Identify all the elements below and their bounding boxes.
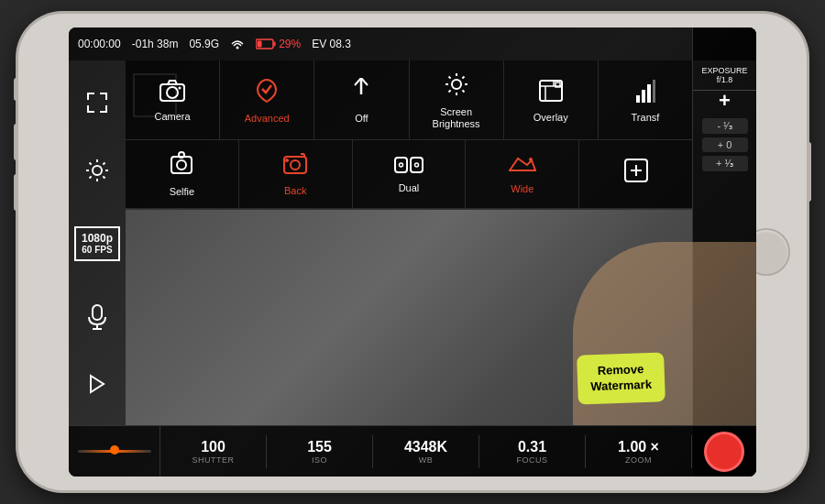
shutter-value: 100 (201, 439, 226, 455)
camera-label: Camera (155, 111, 191, 123)
selfie-icon (170, 151, 193, 181)
more-icon (623, 158, 649, 187)
svg-point-21 (179, 152, 184, 158)
exposure-plus-button[interactable]: + (719, 91, 731, 111)
advanced-label: Advanced (245, 113, 290, 125)
wide-icon (509, 154, 536, 178)
menu-row-2: Selfie Back (126, 140, 692, 208)
wide-label: Wide (511, 183, 534, 195)
menu-overlay: Camera Advanced (126, 60, 692, 210)
zoom-label: ZOOM (625, 455, 652, 465)
svg-point-27 (399, 163, 402, 167)
status-bar: 00:00:00 -01h 38m 05.9G (69, 27, 756, 60)
play-icon[interactable] (86, 373, 108, 395)
svg-rect-5 (93, 305, 102, 320)
dual-icon (394, 155, 424, 177)
svg-rect-19 (171, 157, 192, 173)
dual-label: Dual (399, 182, 420, 194)
zoom-value: 1.00 × (618, 439, 659, 455)
transfer-label: Transf (632, 112, 660, 124)
settings-icon[interactable] (84, 158, 110, 183)
menu-item-back[interactable]: Back (239, 140, 353, 207)
left-sidebar: 1080p 60 FPS (69, 60, 126, 425)
overlay-icon (538, 79, 564, 106)
svg-rect-2 (274, 42, 276, 47)
menu-item-overlay[interactable]: Overlay (504, 60, 599, 139)
selfie-label: Selfie (170, 186, 195, 198)
svg-point-10 (179, 86, 182, 89)
exposure-step-3[interactable]: + ¹⁄₃ (702, 156, 748, 171)
phone-frame: 00:00:00 -01h 38m 05.9G (18, 14, 807, 490)
ev-display: EV 08.3 (312, 38, 351, 50)
svg-rect-16 (642, 90, 645, 103)
iso-stat[interactable]: 155 ISO (267, 435, 373, 468)
menu-item-screen-brightness[interactable]: ScreenBrightness (410, 60, 504, 139)
advanced-icon (255, 78, 279, 107)
transfer-icon (635, 79, 655, 106)
watermark-badge[interactable]: Remove Watermark (577, 353, 666, 405)
wb-label: WB (419, 455, 434, 465)
off-label: Off (355, 113, 368, 125)
svg-rect-15 (636, 95, 640, 103)
svg-rect-14 (556, 82, 560, 87)
exposure-step-1[interactable]: - ¹⁄₃ (702, 118, 748, 134)
menu-item-selfie[interactable]: Selfie (126, 140, 239, 207)
exposure-step-2[interactable]: + 0 (702, 137, 748, 152)
menu-item-more[interactable] (579, 140, 692, 207)
svg-rect-25 (395, 158, 407, 172)
corner-frame-icon[interactable] (85, 91, 109, 115)
menu-row-1: Camera Advanced (126, 60, 692, 140)
screen: 00:00:00 -01h 38m 05.9G (69, 27, 756, 477)
zoom-stat[interactable]: 1.00 × ZOOM (586, 435, 692, 468)
menu-item-off[interactable]: Off (314, 60, 409, 139)
back-camera-icon (282, 152, 308, 180)
resolution-selector[interactable]: 1080p 60 FPS (74, 226, 120, 261)
svg-point-0 (236, 47, 239, 49)
iso-value: 155 (307, 439, 332, 455)
back-label: Back (284, 185, 306, 197)
microphone-icon[interactable] (86, 304, 108, 330)
wb-stat[interactable]: 4348K WB (373, 435, 479, 468)
meter-line (78, 450, 151, 453)
shutter-label: SHUTTER (192, 455, 235, 465)
svg-point-4 (93, 166, 102, 175)
bottom-bar: 100 SHUTTER 155 ISO 4348K WB 0.31 FOCUS … (69, 425, 756, 477)
battery-indicator: 29% (256, 38, 301, 50)
meter-dot (110, 445, 119, 455)
exposure-title: EXPOSURE f/1.8 (693, 60, 756, 91)
off-icon (350, 78, 372, 107)
menu-item-transfer[interactable]: Transf (599, 60, 692, 139)
power-button[interactable] (807, 142, 811, 202)
menu-item-dual[interactable]: Dual (353, 140, 467, 207)
svg-point-12 (452, 80, 461, 89)
storage-display: 05.9G (189, 38, 219, 50)
svg-rect-18 (653, 80, 655, 103)
timecode-display: 00:00:00 (78, 38, 121, 50)
record-button-container (692, 432, 756, 472)
menu-item-camera[interactable]: Camera (126, 60, 220, 139)
exposure-steps: - ¹⁄₃ + 0 + ¹⁄₃ (702, 111, 748, 179)
svg-point-24 (285, 159, 289, 162)
menu-item-advanced[interactable]: Advanced (220, 60, 314, 139)
silent-switch (14, 78, 18, 101)
overlay-label: Overlay (534, 112, 568, 124)
svg-point-20 (177, 160, 186, 170)
focus-stat[interactable]: 0.31 FOCUS (479, 435, 586, 468)
svg-rect-17 (647, 84, 651, 103)
svg-point-9 (167, 87, 178, 98)
svg-rect-13 (540, 81, 562, 101)
exposure-meter (69, 426, 160, 477)
remaining-time: -01h 38m (132, 38, 179, 50)
menu-item-wide[interactable]: Wide (466, 140, 579, 207)
volume-up-button[interactable] (14, 124, 18, 160)
brightness-icon (444, 71, 469, 101)
svg-point-23 (291, 160, 300, 170)
svg-point-28 (414, 163, 418, 167)
focus-value: 0.31 (518, 439, 546, 455)
battery-wifi-icon (230, 38, 245, 50)
volume-down-button[interactable] (14, 174, 18, 211)
record-button[interactable] (704, 432, 744, 472)
svg-point-29 (529, 158, 533, 161)
shutter-stat[interactable]: 100 SHUTTER (160, 435, 267, 468)
focus-label: FOCUS (517, 455, 548, 465)
